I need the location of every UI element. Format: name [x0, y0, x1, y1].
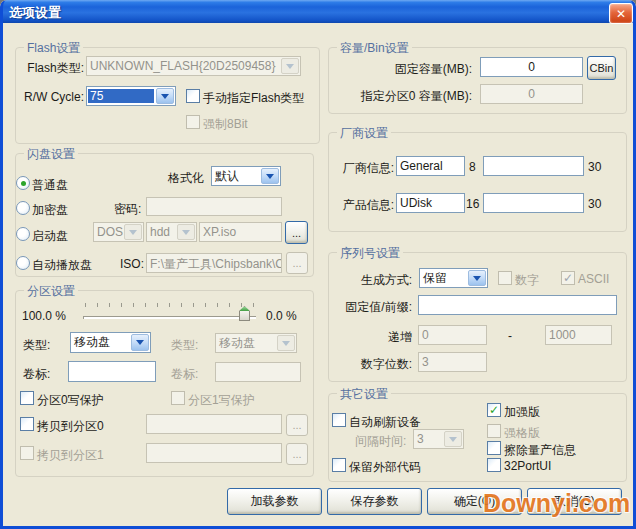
boot-disk-label: 启动盘 — [32, 228, 68, 245]
chevron-down-icon[interactable] — [261, 168, 279, 184]
type1-value: 移动盘 — [216, 334, 276, 353]
gen-mode-value: 保留 — [420, 269, 467, 288]
vendor-group: 厂商设置 — [328, 132, 627, 232]
product-info-label: 产品信息: — [330, 197, 394, 214]
iso-path-input: F:\量产工具\Chipsbank\C — [146, 253, 282, 273]
ascii-checkbox: ✓ — [561, 271, 575, 285]
digit-count-label: 数字位数: — [340, 356, 412, 373]
keep-code-checkbox[interactable] — [332, 458, 346, 472]
normal-disk-radio[interactable] — [16, 176, 30, 190]
interval-value: 3 — [414, 431, 443, 447]
chevron-down-icon — [177, 224, 195, 240]
autoplay-disk-radio[interactable] — [16, 256, 30, 270]
product-info-input[interactable]: UDisk — [396, 193, 465, 213]
cbin-button[interactable]: CBin — [587, 56, 616, 80]
manual-flash-label: 手动指定Flash类型 — [203, 90, 304, 107]
interval-select: 3 — [413, 429, 464, 449]
partition0-capacity-label: 指定分区0 容量(MB): — [330, 88, 472, 105]
ascii-label: ASCII — [578, 272, 609, 286]
iso-browse-button: ... — [286, 252, 308, 274]
auto-refresh-checkbox[interactable] — [332, 413, 346, 427]
type0-value: 移动盘 — [71, 333, 130, 352]
flash-type-label: Flash类型: — [20, 60, 84, 77]
iso-label: ISO: — [120, 257, 144, 271]
product-info2-input[interactable] — [483, 193, 584, 213]
force-format-label: 强格版 — [504, 425, 540, 442]
product-len-label: 16 — [466, 197, 479, 211]
force-format-checkbox — [487, 424, 501, 438]
title-bar[interactable]: 选项设置 ✕ — [0, 0, 636, 23]
boot-mode-select: DOS — [93, 222, 144, 242]
fixed-prefix-input[interactable] — [418, 295, 617, 315]
volume1-label: 卷标: — [171, 366, 198, 383]
copy1-path-input — [146, 443, 282, 463]
wp1-label: 分区1写保护 — [188, 392, 255, 409]
manual-flash-checkbox[interactable] — [186, 89, 200, 103]
partition0-capacity-input: 0 — [480, 84, 583, 104]
vendor-group-title: 厂商设置 — [337, 125, 391, 142]
chevron-down-icon[interactable] — [468, 270, 486, 286]
slider-ticks — [85, 303, 254, 307]
password-label: 密码: — [114, 201, 141, 218]
portui-checkbox[interactable] — [487, 458, 501, 472]
force-8bit-label: 强制8Bit — [203, 116, 248, 133]
encrypted-disk-radio[interactable] — [16, 201, 30, 215]
rw-cycle-value: 75 — [88, 89, 154, 103]
chevron-down-icon[interactable] — [156, 88, 174, 104]
slider-track[interactable] — [83, 316, 256, 319]
digit-checkbox — [498, 271, 512, 285]
serial-group-title: 序列号设置 — [337, 245, 403, 262]
fixed-capacity-input[interactable]: 0 — [480, 57, 583, 77]
vendor-len2-label: 30 — [588, 160, 601, 174]
close-button[interactable]: ✕ — [609, 3, 633, 24]
rw-cycle-label: R/W Cycle: — [20, 90, 84, 104]
partition1-percent-label: 0.0 % — [266, 309, 297, 323]
boot-browse-button[interactable]: ... — [285, 221, 308, 244]
type1-select: 移动盘 — [215, 333, 297, 353]
vendor-len-label: 8 — [469, 160, 476, 174]
autoplay-disk-label: 自动播放盘 — [32, 257, 92, 274]
wp1-checkbox — [171, 391, 185, 405]
chevron-down-icon[interactable] — [131, 334, 149, 351]
range-separator: - — [508, 329, 512, 343]
copy0-path-input — [146, 414, 282, 434]
enhanced-checkbox[interactable]: ✓ — [487, 403, 501, 417]
volume0-input[interactable] — [68, 361, 156, 382]
boot-type-select: hdd — [146, 222, 197, 242]
chevron-down-icon — [281, 58, 299, 74]
flash-type-select: UNKNOWN_FLASH{20D2509458} — [86, 56, 301, 76]
erase-info-label: 擦除量产信息 — [504, 442, 576, 459]
force-8bit-checkbox — [186, 115, 200, 129]
format-value: 默认 — [212, 167, 260, 186]
check-icon: ✓ — [489, 405, 499, 415]
type1-label: 类型: — [171, 337, 198, 354]
gen-mode-select[interactable]: 保留 — [419, 268, 488, 288]
format-select[interactable]: 默认 — [211, 166, 281, 186]
close-icon: ✕ — [616, 7, 626, 21]
vendor-info-input[interactable]: General — [396, 156, 465, 176]
flashdisk-group-title: 闪盘设置 — [24, 146, 78, 163]
type0-select[interactable]: 移动盘 — [70, 332, 151, 353]
watermark-text: Downyi.com — [483, 489, 630, 518]
fixed-capacity-label: 固定容量(MB): — [340, 61, 472, 78]
copy1-browse-button: ... — [286, 443, 308, 465]
load-params-button[interactable]: 加载参数 — [227, 488, 322, 515]
digit-count-input: 3 — [418, 352, 487, 372]
options-dialog: 选项设置 ✕ Flash设置 容量/Bin设置 厂商设置 序列号设置 其它设置 … — [0, 0, 636, 529]
boot-mode-value: DOS — [94, 224, 123, 240]
copy0-checkbox[interactable] — [20, 417, 34, 431]
volume1-input — [215, 362, 301, 382]
boot-disk-radio[interactable] — [16, 227, 30, 241]
chevron-down-icon — [124, 224, 142, 240]
vendor-info2-input[interactable] — [483, 156, 584, 176]
save-params-button[interactable]: 保存参数 — [327, 488, 422, 515]
rw-cycle-select[interactable]: 75 — [86, 86, 176, 106]
enhanced-label: 加强版 — [504, 404, 540, 421]
increment-from-input: 0 — [418, 325, 487, 345]
increment-to-input: 1000 — [545, 325, 612, 345]
wp0-checkbox[interactable] — [20, 391, 34, 405]
check-icon: ✓ — [563, 273, 573, 283]
vendor-info-label: 厂商信息: — [330, 160, 394, 177]
erase-info-checkbox[interactable] — [487, 441, 501, 455]
flash-type-value: UNKNOWN_FLASH{20D2509458} — [87, 58, 280, 74]
